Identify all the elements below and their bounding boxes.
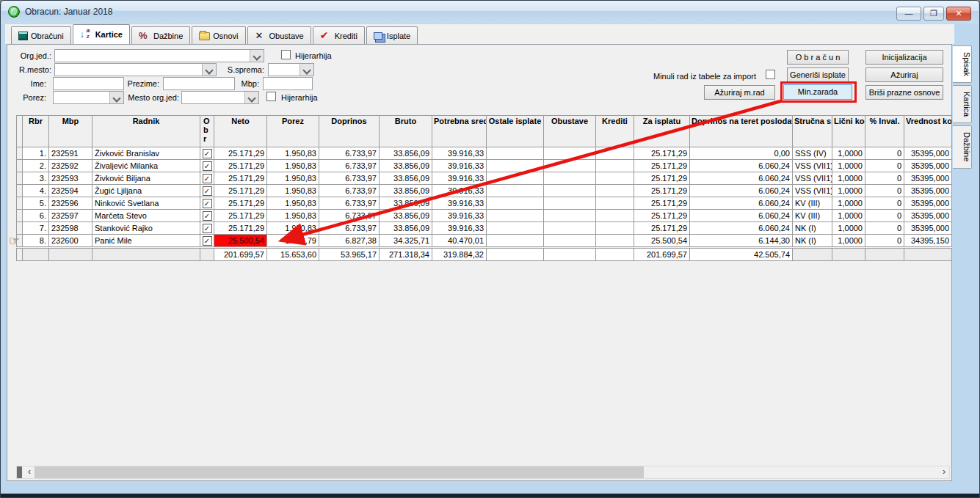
cell-vrednost[interactable]: 35395,000 [904,147,952,160]
cell-bruto[interactable]: 34.325,71 [380,235,432,247]
cell-rbr[interactable]: 1. [23,147,49,160]
chevron-down-icon[interactable] [250,50,264,62]
cell-bruto[interactable]: 33.856,09 [380,197,432,210]
cell-rbr[interactable]: 7. [23,222,49,235]
azuriraj-button[interactable]: Ažuriraj [865,67,943,82]
scrollbar-grip[interactable] [17,466,22,478]
cell-mbp[interactable]: 232596 [49,197,92,210]
cell-rbr[interactable]: 4. [23,185,49,197]
cell-radnik[interactable]: Marčeta Stevo [92,210,200,222]
obr-checkbox[interactable]: ✓ [203,211,212,221]
cell-za_isplatu[interactable]: 25.500,54 [634,235,690,247]
obr-checkbox[interactable]: ✓ [203,224,212,233]
cell-porez[interactable]: 1.950,83 [267,172,319,185]
hijerarhija1-checkbox[interactable] [281,50,291,59]
cell-rbr[interactable]: 6. [23,210,49,222]
cell-vrednost[interactable]: 35395,000 [904,210,952,222]
minuli-rad-checkbox[interactable] [766,70,775,79]
cell-koef[interactable]: 1,0000 [832,210,865,222]
cell-teret[interactable]: 6.060,24 [690,172,793,185]
horizontal-scrollbar[interactable]: ‹ › [16,466,950,479]
close-button[interactable]: ✕ [946,7,971,21]
org-jed-combo[interactable] [54,49,264,62]
cell-neto[interactable]: 25.171,29 [214,185,267,197]
side-tab-kartica[interactable]: Kartica [953,85,972,123]
cell-radnik[interactable]: Živaljević Milanka [92,160,200,172]
cell-bruto[interactable]: 33.856,09 [380,210,432,222]
col-header-obustave[interactable]: Obustave [544,116,596,147]
cell-vrednost[interactable]: 35395,000 [904,222,952,235]
cell-za_isplatu[interactable]: 25.171,29 [634,147,690,160]
cell-teret[interactable]: 6.144,30 [690,235,793,247]
scrollbar-thumb[interactable] [35,466,644,478]
cell-radnik[interactable]: Ninković Svetlana [92,197,200,210]
cell-bruto[interactable]: 33.856,09 [380,222,432,235]
cell-za_isplatu[interactable]: 25.171,29 [634,160,690,172]
cell-porez[interactable]: 1.950,83 [267,160,319,172]
obr-checkbox[interactable]: ✓ [203,174,212,183]
cell-za_isplatu[interactable]: 25.171,29 [634,185,690,197]
cell-sprema[interactable]: SSS (IV) [793,147,832,160]
scroll-right-icon[interactable]: › [939,466,949,478]
cell-za_isplatu[interactable]: 25.171,29 [634,172,690,185]
cell-neto[interactable]: 25.171,29 [214,222,267,235]
cell-rbr[interactable]: 5. [23,197,49,210]
cell-koef[interactable]: 1,0000 [832,147,865,160]
cell-vrednost[interactable]: 35395,000 [904,160,952,172]
cell-teret[interactable]: 6.060,24 [690,210,793,222]
hijerarhija2-checkbox[interactable] [266,92,276,101]
cell-krediti[interactable] [596,160,634,172]
cell-neto[interactable]: 25.171,29 [214,172,267,185]
cell-doprinos[interactable]: 6.733,97 [319,210,380,222]
cell-mbp[interactable]: 232592 [49,160,92,172]
cell-sprema[interactable]: NK (I) [793,235,832,247]
col-header-krediti[interactable]: Krediti [596,116,634,147]
cell-koef[interactable]: 1,0000 [832,185,865,197]
cell-koef[interactable]: 1,0000 [832,235,865,247]
col-header-potrebna-sredstva[interactable]: Potrebna sredstva [432,116,487,147]
cell-za_isplatu[interactable]: 25.171,29 [634,222,690,235]
cell-obustave[interactable] [544,210,596,222]
cell-koef[interactable]: 1,0000 [832,222,865,235]
cell-neto[interactable]: 25.500,54 [214,235,267,247]
cell-vrednost[interactable]: 35395,000 [904,197,952,210]
cell-bruto[interactable]: 33.856,09 [380,147,432,160]
prezime-input[interactable] [163,77,235,90]
side-tab-dazbine[interactable]: Dažbine [953,125,972,168]
inicijalizacija-button[interactable]: Inicijalizacija [865,50,943,65]
col-header-licni-koef[interactable]: Lični koef. [832,116,865,147]
col-header-ostale-isplate[interactable]: Ostale isplate [487,116,544,147]
col-header-rbr[interactable]: Rbr [23,116,49,147]
cell-potrebna[interactable]: 39.916,33 [432,222,487,235]
cell-mbp[interactable]: 232600 [49,235,92,247]
cell-porez[interactable]: 1.950,83 [267,185,319,197]
col-header-neto[interactable]: Neto [214,116,267,147]
obr-checkbox[interactable]: ✓ [203,199,212,208]
restore-button[interactable]: ❐ [923,7,944,21]
cell-neto[interactable]: 25.171,29 [214,197,267,210]
cell-rbr[interactable]: 2. [23,160,49,172]
cell-bruto[interactable]: 33.856,09 [380,185,432,197]
col-header-vrednost-koeficijenta[interactable]: Vrednost koeficije [904,116,952,147]
cell-mbp[interactable]: 232597 [49,210,92,222]
cell-obustave[interactable] [544,222,596,235]
cell-za_isplatu[interactable]: 25.171,29 [634,197,690,210]
cell-vrednost[interactable]: 34395,150 [904,235,952,247]
cell-sprema[interactable]: VSS (VII1) [793,185,832,197]
cell-radnik[interactable]: Panić Mile [92,235,200,247]
col-header-inval[interactable]: % Inval. [865,116,904,147]
cell-koef[interactable]: 1,0000 [832,197,865,210]
cell-inval[interactable]: 0 [865,185,904,197]
cell-doprinos[interactable]: 6.733,97 [319,197,380,210]
cell-potrebna[interactable]: 39.916,33 [432,172,487,185]
cell-doprinos[interactable]: 6.733,97 [319,172,380,185]
cell-krediti[interactable] [596,172,634,185]
cell-krediti[interactable] [596,210,634,222]
chevron-down-icon[interactable] [300,64,313,76]
cell-ostale[interactable] [487,210,544,222]
cell-teret[interactable]: 6.060,24 [690,197,793,210]
cell-obustave[interactable] [544,172,596,185]
cell-krediti[interactable] [596,235,634,247]
cell-obustave[interactable] [544,185,596,197]
cell-potrebna[interactable]: 39.916,33 [432,197,487,210]
